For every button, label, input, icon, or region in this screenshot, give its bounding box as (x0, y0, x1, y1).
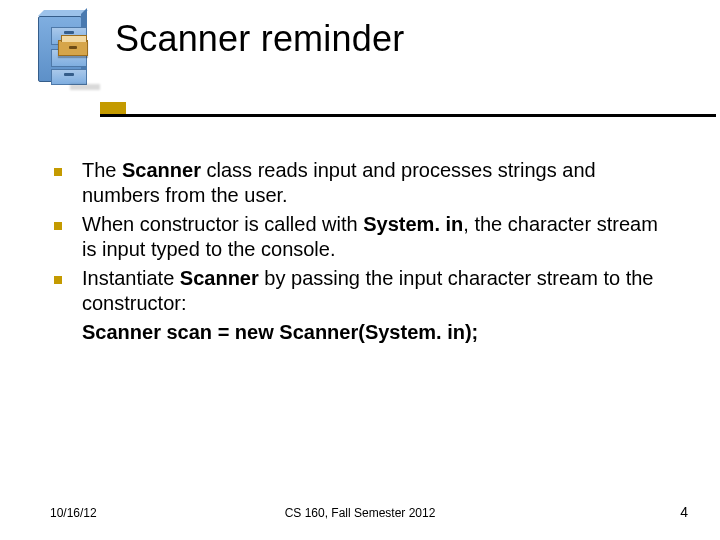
slide-title: Scanner reminder (115, 18, 404, 60)
slide-body: The Scanner class reads input and proces… (54, 158, 666, 345)
bullet-text: When constructor is called with System. … (82, 212, 666, 262)
title-rule (100, 114, 716, 117)
bullet-text: The Scanner class reads input and proces… (82, 158, 666, 208)
footer-page-number: 4 (680, 504, 688, 520)
bullet-item: The Scanner class reads input and proces… (54, 158, 666, 208)
file-cabinet-icon (30, 10, 90, 90)
slide: Scanner reminder The Scanner class reads… (0, 0, 720, 540)
title-accent-tab (100, 102, 126, 114)
bullet-item: Instantiate Scanner by passing the input… (54, 266, 666, 316)
bullet-item: When constructor is called with System. … (54, 212, 666, 262)
bullet-square-icon (54, 222, 62, 230)
bullet-square-icon (54, 168, 62, 176)
code-line: Scanner scan = new Scanner(System. in); (82, 320, 666, 345)
footer-course: CS 160, Fall Semester 2012 (0, 506, 720, 520)
bullet-text: Instantiate Scanner by passing the input… (82, 266, 666, 316)
bullet-square-icon (54, 276, 62, 284)
slide-header: Scanner reminder (0, 0, 720, 118)
